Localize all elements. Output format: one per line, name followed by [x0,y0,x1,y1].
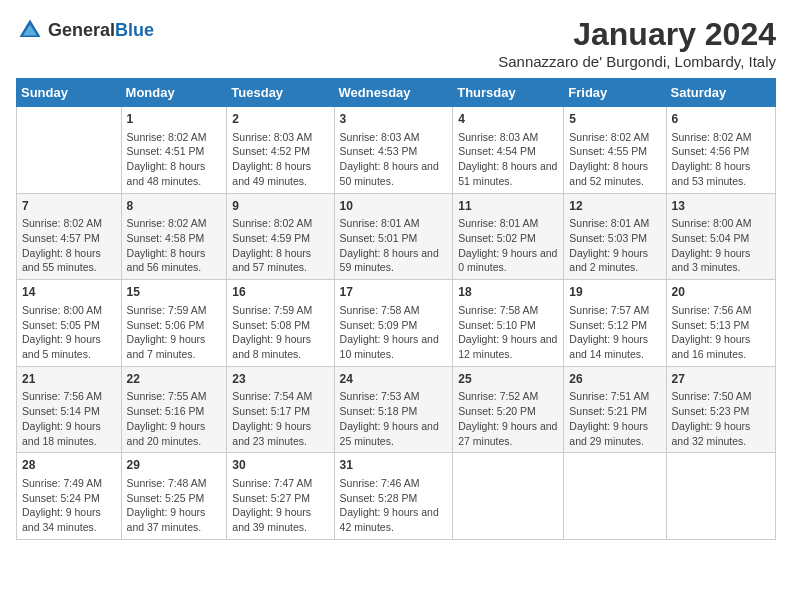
day-info-line: Sunrise: 7:56 AM [672,304,752,316]
day-info-line: Sunset: 5:09 PM [340,319,418,331]
day-info-line: Daylight: 9 hours and 27 minutes. [458,420,557,447]
day-info-line: Sunrise: 7:47 AM [232,477,312,489]
day-info-line: Sunset: 5:21 PM [569,405,647,417]
calendar-cell: 2Sunrise: 8:03 AMSunset: 4:52 PMDaylight… [227,107,334,194]
day-info-line: Sunrise: 7:54 AM [232,390,312,402]
day-info-line: Sunrise: 8:02 AM [672,131,752,143]
day-info-line: Daylight: 9 hours and 2 minutes. [569,247,648,274]
calendar-cell: 29Sunrise: 7:48 AMSunset: 5:25 PMDayligh… [121,453,227,540]
day-info-line: Daylight: 8 hours and 59 minutes. [340,247,439,274]
calendar-cell: 3Sunrise: 8:03 AMSunset: 4:53 PMDaylight… [334,107,453,194]
calendar-cell: 10Sunrise: 8:01 AMSunset: 5:01 PMDayligh… [334,193,453,280]
day-info-line: Daylight: 9 hours and 29 minutes. [569,420,648,447]
day-info: Sunrise: 7:59 AMSunset: 5:06 PMDaylight:… [127,303,222,362]
day-info-line: Daylight: 8 hours and 57 minutes. [232,247,311,274]
day-info-line: Sunset: 5:13 PM [672,319,750,331]
day-info-line: Sunrise: 8:02 AM [22,217,102,229]
day-number: 12 [569,198,660,215]
header-row: SundayMondayTuesdayWednesdayThursdayFrid… [17,79,776,107]
calendar-cell: 22Sunrise: 7:55 AMSunset: 5:16 PMDayligh… [121,366,227,453]
day-info: Sunrise: 8:01 AMSunset: 5:01 PMDaylight:… [340,216,448,275]
calendar-cell [666,453,775,540]
day-info: Sunrise: 7:57 AMSunset: 5:12 PMDaylight:… [569,303,660,362]
day-info-line: Sunset: 5:05 PM [22,319,100,331]
day-info-line: Daylight: 8 hours and 50 minutes. [340,160,439,187]
day-info-line: Daylight: 9 hours and 25 minutes. [340,420,439,447]
day-info-line: Sunset: 4:59 PM [232,232,310,244]
day-info-line: Sunset: 5:18 PM [340,405,418,417]
day-info-line: Daylight: 9 hours and 5 minutes. [22,333,101,360]
calendar-cell: 19Sunrise: 7:57 AMSunset: 5:12 PMDayligh… [564,280,666,367]
calendar-cell: 23Sunrise: 7:54 AMSunset: 5:17 PMDayligh… [227,366,334,453]
week-row-3: 21Sunrise: 7:56 AMSunset: 5:14 PMDayligh… [17,366,776,453]
day-info-line: Sunrise: 8:02 AM [127,217,207,229]
day-number: 4 [458,111,558,128]
day-info-line: Sunset: 5:24 PM [22,492,100,504]
calendar-cell: 28Sunrise: 7:49 AMSunset: 5:24 PMDayligh… [17,453,122,540]
day-info-line: Sunset: 5:03 PM [569,232,647,244]
day-info-line: Sunrise: 7:52 AM [458,390,538,402]
day-number: 11 [458,198,558,215]
day-info-line: Sunset: 5:20 PM [458,405,536,417]
day-info-line: Daylight: 9 hours and 7 minutes. [127,333,206,360]
calendar-cell: 31Sunrise: 7:46 AMSunset: 5:28 PMDayligh… [334,453,453,540]
day-number: 10 [340,198,448,215]
calendar-cell: 1Sunrise: 8:02 AMSunset: 4:51 PMDaylight… [121,107,227,194]
day-info: Sunrise: 7:54 AMSunset: 5:17 PMDaylight:… [232,389,328,448]
day-info-line: Daylight: 8 hours and 55 minutes. [22,247,101,274]
day-number: 23 [232,371,328,388]
calendar-cell [17,107,122,194]
day-info-line: Daylight: 8 hours and 52 minutes. [569,160,648,187]
day-info-line: Sunrise: 7:46 AM [340,477,420,489]
day-info: Sunrise: 7:49 AMSunset: 5:24 PMDaylight:… [22,476,116,535]
day-number: 20 [672,284,770,301]
calendar-cell: 14Sunrise: 8:00 AMSunset: 5:05 PMDayligh… [17,280,122,367]
day-info-line: Daylight: 9 hours and 3 minutes. [672,247,751,274]
day-info-line: Sunset: 5:17 PM [232,405,310,417]
calendar-header: SundayMondayTuesdayWednesdayThursdayFrid… [17,79,776,107]
day-number: 22 [127,371,222,388]
logo-icon [16,16,44,44]
calendar-table: SundayMondayTuesdayWednesdayThursdayFrid… [16,78,776,540]
day-info-line: Daylight: 9 hours and 0 minutes. [458,247,557,274]
day-info-line: Sunrise: 8:03 AM [458,131,538,143]
header-cell-thursday: Thursday [453,79,564,107]
calendar-cell: 30Sunrise: 7:47 AMSunset: 5:27 PMDayligh… [227,453,334,540]
day-info-line: Daylight: 9 hours and 23 minutes. [232,420,311,447]
day-number: 29 [127,457,222,474]
calendar-cell: 4Sunrise: 8:03 AMSunset: 4:54 PMDaylight… [453,107,564,194]
day-info-line: Sunrise: 7:48 AM [127,477,207,489]
calendar-cell: 24Sunrise: 7:53 AMSunset: 5:18 PMDayligh… [334,366,453,453]
day-info-line: Sunrise: 7:53 AM [340,390,420,402]
day-info-line: Sunset: 4:51 PM [127,145,205,157]
day-info: Sunrise: 8:02 AMSunset: 4:51 PMDaylight:… [127,130,222,189]
day-info: Sunrise: 7:46 AMSunset: 5:28 PMDaylight:… [340,476,448,535]
page-header: GeneralBlue January 2024 Sannazzaro de' … [16,16,776,70]
day-info-line: Daylight: 8 hours and 48 minutes. [127,160,206,187]
day-number: 30 [232,457,328,474]
day-info-line: Daylight: 8 hours and 51 minutes. [458,160,557,187]
day-info-line: Sunset: 4:53 PM [340,145,418,157]
day-info: Sunrise: 7:48 AMSunset: 5:25 PMDaylight:… [127,476,222,535]
day-info-line: Sunrise: 7:55 AM [127,390,207,402]
calendar-body: 1Sunrise: 8:02 AMSunset: 4:51 PMDaylight… [17,107,776,540]
day-info-line: Daylight: 9 hours and 18 minutes. [22,420,101,447]
day-number: 5 [569,111,660,128]
day-info-line: Sunrise: 7:51 AM [569,390,649,402]
day-info-line: Daylight: 8 hours and 56 minutes. [127,247,206,274]
day-info-line: Sunrise: 7:58 AM [458,304,538,316]
day-number: 25 [458,371,558,388]
day-info-line: Daylight: 9 hours and 39 minutes. [232,506,311,533]
day-info-line: Sunrise: 8:02 AM [232,217,312,229]
page-title: January 2024 [498,16,776,53]
header-cell-monday: Monday [121,79,227,107]
day-info-line: Daylight: 9 hours and 12 minutes. [458,333,557,360]
day-info: Sunrise: 8:02 AMSunset: 4:56 PMDaylight:… [672,130,770,189]
day-info-line: Sunrise: 7:50 AM [672,390,752,402]
calendar-cell: 5Sunrise: 8:02 AMSunset: 4:55 PMDaylight… [564,107,666,194]
day-number: 19 [569,284,660,301]
day-number: 9 [232,198,328,215]
header-cell-sunday: Sunday [17,79,122,107]
day-info-line: Sunrise: 7:56 AM [22,390,102,402]
day-info-line: Sunrise: 8:01 AM [569,217,649,229]
